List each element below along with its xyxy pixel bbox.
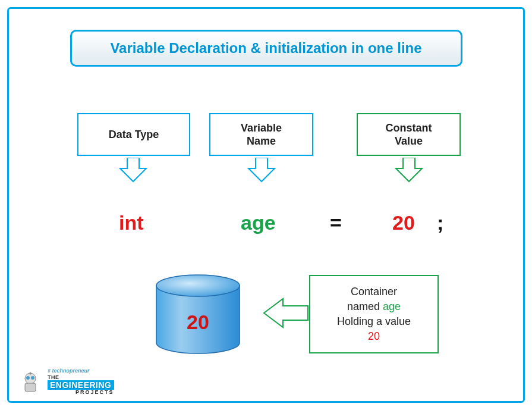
label-varname: Variable Name <box>209 113 313 156</box>
info-line3: Holding a value <box>337 314 411 329</box>
code-value: 20 <box>392 211 415 234</box>
label-constval: Constant Value <box>357 113 461 156</box>
down-arrow-icon-1 <box>119 158 147 183</box>
info-line2: named age <box>347 299 401 314</box>
brand-tagline: # technopreneur <box>48 368 114 374</box>
brand-eng: ENGINEERING <box>48 380 114 390</box>
svg-rect-6 <box>25 383 36 392</box>
down-arrow-icon-3 <box>395 158 423 183</box>
code-identifier: age <box>241 211 276 234</box>
robot-icon <box>18 370 43 395</box>
brand-the: THE <box>48 375 114 380</box>
label-varname-text: Variable Name <box>241 121 282 148</box>
label-constval-text: Constant Value <box>386 121 432 148</box>
svg-point-5 <box>31 376 34 380</box>
brand-logo: # technopreneur THE ENGINEERING PROJECTS <box>18 368 114 395</box>
info-line1: Container <box>351 284 397 299</box>
cylinder-value: 20 <box>153 311 243 334</box>
info-line4: 20 <box>368 329 380 344</box>
svg-point-2 <box>156 275 240 296</box>
code-keyword: int <box>119 211 144 234</box>
container-cylinder-icon: 20 <box>153 274 243 356</box>
label-datatype: Data Type <box>77 113 190 156</box>
title-bar: Variable Declaration & initialization in… <box>70 30 462 67</box>
label-datatype-text: Data Type <box>109 128 159 142</box>
code-equals: = <box>330 211 342 234</box>
down-arrow-icon-2 <box>247 158 276 183</box>
info-box: Container named age Holding a value 20 <box>309 275 439 353</box>
brand-proj: PROJECTS <box>48 390 114 395</box>
code-semicolon: ; <box>437 211 443 234</box>
svg-point-4 <box>26 376 30 380</box>
title-text: Variable Declaration & initialization in… <box>110 40 421 57</box>
left-arrow-icon <box>262 296 309 330</box>
brand-text: # technopreneur THE ENGINEERING PROJECTS <box>48 368 114 395</box>
